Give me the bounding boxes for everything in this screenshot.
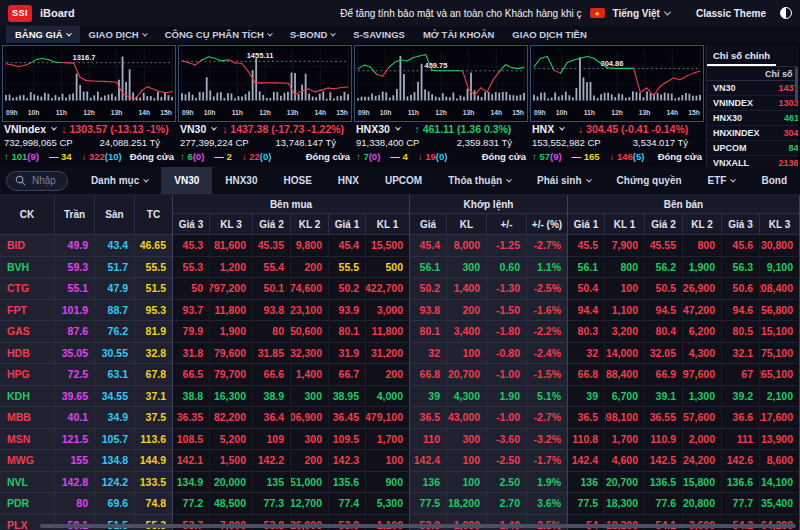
nav-item-giao-d-ch-ti-n[interactable]: GIAO DỊCH TIỀN xyxy=(503,26,595,43)
table-row-pdr[interactable]: PDR8069.674.877.248,50077.312,70077.45,3… xyxy=(0,493,800,515)
main-indices-title[interactable]: Chỉ số chính xyxy=(707,46,776,66)
top-bar: SSI iBoard Để tăng tính bảo mật và an to… xyxy=(0,0,800,26)
theme-toggle-icon[interactable] xyxy=(780,7,792,19)
value-cell: 80 xyxy=(253,321,291,343)
tab-hnx30[interactable]: HNX30 xyxy=(212,167,270,194)
ticker-cell[interactable]: BVH xyxy=(0,257,55,279)
value-cell: 3,200 xyxy=(605,321,645,343)
value-cell: 39 xyxy=(568,386,605,408)
horizontal-scrollbar[interactable] xyxy=(40,524,796,528)
index-selector-vn30[interactable]: VN30 xyxy=(180,123,216,135)
nav-item-giao-d-ch[interactable]: GIAO DỊCH xyxy=(80,26,156,43)
value-cell: 108.5 xyxy=(173,429,210,451)
tab-hose[interactable]: HOSE xyxy=(271,167,325,194)
value-cell: 63.1 xyxy=(95,364,135,386)
table-row-hpg[interactable]: HPG72.563.167.866.579,70066.61,40066.720… xyxy=(0,364,800,386)
stock-search-box[interactable] xyxy=(6,171,68,191)
svg-text:10h: 10h xyxy=(204,109,216,116)
table-row-mbb[interactable]: MBB40.134.937.536.3582,20036.4206,90036.… xyxy=(0,407,800,429)
ticker-cell[interactable]: HDB xyxy=(0,343,55,365)
value-cell: 100 xyxy=(447,472,487,494)
nav-item-s-savings[interactable]: S-SAVINGS xyxy=(344,26,414,43)
ticker-cell[interactable]: MSN xyxy=(0,429,55,451)
session-status: Đóng cửa xyxy=(130,151,174,162)
svg-text:12h: 12h xyxy=(83,109,95,116)
index-list-item-vnxall[interactable]: VNXALL2136.82 xyxy=(707,156,798,167)
index-list-item-hnx30[interactable]: HNX30461.11 xyxy=(707,111,798,126)
value-cell: -2.7% xyxy=(527,235,568,257)
nav-item-b-ng-gi[interactable]: BẢNG GIÁ xyxy=(6,26,80,43)
index-selector-vnindex[interactable]: VNIndex xyxy=(4,123,56,135)
tab-ph-i-sinh[interactable]: Phái sinh xyxy=(524,167,603,194)
svg-text:12h: 12h xyxy=(435,109,447,116)
value-cell: 87.6 xyxy=(55,321,95,343)
intraday-chart-hnx30: 459.7509h10h11h12h13h14h15h xyxy=(354,45,528,122)
tab-upcom[interactable]: UPCOM xyxy=(372,167,435,194)
ticker-cell[interactable]: FPT xyxy=(0,300,55,322)
nav-item-m-t-i-kho-n[interactable]: MỞ TÀI KHOẢN xyxy=(414,26,503,43)
value-cell: 76.2 xyxy=(95,321,135,343)
nav-item-s-bond[interactable]: S-BOND xyxy=(281,26,344,43)
index-list-item-hnxindex[interactable]: HNXINDEX304.45 xyxy=(707,126,798,141)
table-row-kdh[interactable]: KDH39.6534.5537.138.816,30038.930038.954… xyxy=(0,386,800,408)
ticker-cell[interactable]: MWG xyxy=(0,450,55,472)
sidebar-scrollbar[interactable] xyxy=(795,67,798,101)
index-list-item-upcom[interactable]: UPCOM84.08 xyxy=(707,141,798,156)
table-row-msn[interactable]: MSN121.5105.7113.6108.55,200109300109.51… xyxy=(0,429,800,451)
tab-hnx[interactable]: HNX xyxy=(325,167,372,194)
index-selector-hnx30[interactable]: HNX30 xyxy=(356,123,400,135)
ticker-cell[interactable]: PDR xyxy=(0,493,55,515)
table-row-bid[interactable]: BID49.943.446.6545.381,60045.359,80045.4… xyxy=(0,235,800,257)
table-row-hdb[interactable]: HDB35.0530.5532.831.879,60031.8532,30031… xyxy=(0,343,800,365)
value-cell: 77.7 xyxy=(722,493,760,515)
ssi-logo[interactable]: SSI xyxy=(8,5,32,22)
value-cell: 144.9 xyxy=(135,450,173,472)
ticker-cell[interactable]: KDH xyxy=(0,386,55,408)
value-cell: 93.8 xyxy=(410,300,447,322)
value-cell: 50,600 xyxy=(291,321,329,343)
ticker-cell[interactable]: BID xyxy=(0,235,55,257)
value-cell: 20,800 xyxy=(683,493,722,515)
value-cell: 81,600 xyxy=(210,235,253,257)
index-list-item-vnindex[interactable]: VNINDEX1303.57 xyxy=(707,96,798,111)
value-cell: 38.95 xyxy=(329,386,366,408)
value-cell: 36.55 xyxy=(645,407,683,429)
tab-danh-m-c[interactable]: Danh mục xyxy=(78,167,161,194)
tab-ch-ng-quy-n[interactable]: Chứng quyền xyxy=(604,167,695,194)
value-cell: 43,000 xyxy=(447,407,487,429)
table-row-bvh[interactable]: BVH59.351.755.555.31,20055.420055.550056… xyxy=(0,257,800,279)
index-panel-vn30: 1455.1109h10h11h12h13h14h15hVN30↓ 1437.3… xyxy=(178,45,352,167)
tab-vn30[interactable]: VN30 xyxy=(161,167,212,194)
svg-text:11h: 11h xyxy=(584,109,595,116)
value-cell: -1.30 xyxy=(487,278,527,300)
ticker-cell[interactable]: NVL xyxy=(0,472,55,494)
nav-item-c-ng-c-ph-n-t-ch[interactable]: CÔNG CỤ PHÂN TÍCH xyxy=(156,26,281,43)
value-cell: 200 xyxy=(291,450,329,472)
value-cell: 105.7 xyxy=(95,429,135,451)
tab-etf[interactable]: ETF xyxy=(695,167,749,194)
value-cell: 24,200 xyxy=(683,450,722,472)
search-input[interactable] xyxy=(32,175,59,186)
ticker-cell[interactable]: CTG xyxy=(0,278,55,300)
session-status: Đóng cửa xyxy=(482,151,526,162)
index-panel-hnx30: 459.7509h10h11h12h13h14h15hHNX30↑ 461.11… xyxy=(354,45,528,167)
value-cell: 200 xyxy=(366,364,410,386)
table-row-ctg[interactable]: CTG55.147.951.550797,20050.1374,60050.24… xyxy=(0,278,800,300)
tab-th-a-thu-n[interactable]: Thỏa thuận xyxy=(435,167,524,194)
ticker-cell[interactable]: HPG xyxy=(0,364,55,386)
ticker-cell[interactable]: GAS xyxy=(0,321,55,343)
table-row-gas[interactable]: GAS87.676.281.979.91,9008050,60080.111,8… xyxy=(0,321,800,343)
ticker-cell[interactable]: MBB xyxy=(0,407,55,429)
value-cell: 136.6 xyxy=(722,472,760,494)
language-selector[interactable]: Tiếng Việt xyxy=(613,8,670,19)
tab-bond[interactable]: Bond xyxy=(748,167,800,194)
security-notice-marquee: Để tăng tính bảo mật và an toàn cho Khác… xyxy=(340,8,581,19)
value-cell: 110.8 xyxy=(568,429,605,451)
table-row-mwg[interactable]: MWG155134.8144.9142.11,500142.2200142.31… xyxy=(0,450,800,472)
table-row-fpt[interactable]: FPT101.988.795.393.711,80093.823,10093.9… xyxy=(0,300,800,322)
subcol-header-kh-p-l-nh-gi: Giá xyxy=(410,214,447,235)
index-selector-hnx[interactable]: HNX xyxy=(532,123,564,135)
table-row-nvl[interactable]: NVL142.8124.2133.5134.920,00013551,00013… xyxy=(0,472,800,494)
index-list-item-vn30[interactable]: VN301437.38 xyxy=(707,81,798,96)
value-cell: 1,300 xyxy=(683,386,722,408)
